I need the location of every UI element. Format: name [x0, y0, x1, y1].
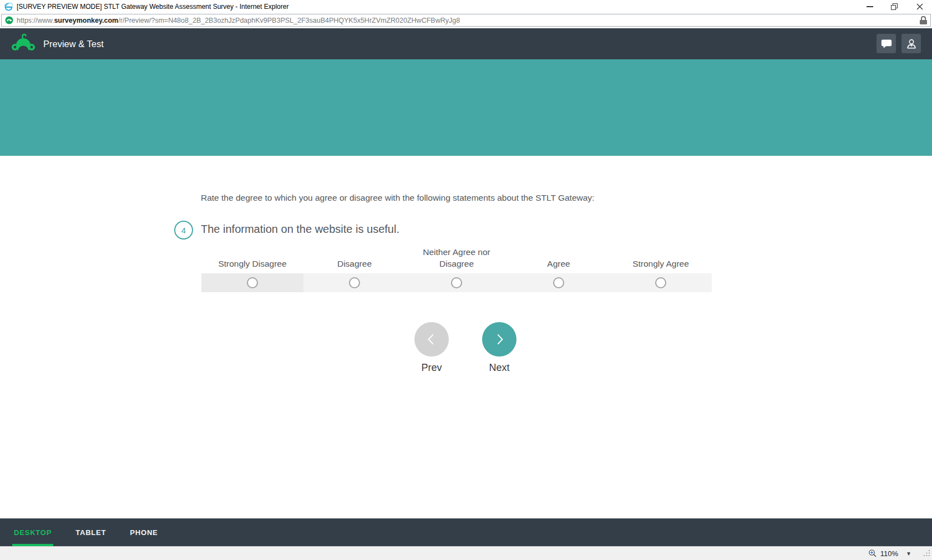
zoom-magnifier-icon: [868, 549, 877, 558]
scale-label: Strongly Disagree: [218, 258, 286, 269]
radio-button[interactable]: [553, 277, 564, 288]
window-title: [SURVEY PREVIEW MODE] STLT Gateway Websi…: [17, 3, 288, 11]
scale-label: Disagree: [337, 258, 372, 269]
radio-button[interactable]: [451, 277, 462, 288]
tab-desktop[interactable]: DESKTOP: [12, 518, 53, 546]
surveymonkey-logo-icon: [11, 33, 36, 55]
url-domain: surveymonkey.com: [54, 17, 118, 24]
scale-option-agree[interactable]: [508, 273, 610, 292]
surveymonkey-favicon-icon: [5, 16, 13, 24]
prev-label: Prev: [414, 362, 449, 374]
chevron-right-icon: [492, 332, 506, 347]
tab-phone[interactable]: PHONE: [128, 518, 159, 546]
question-text: The information on the website is useful…: [201, 223, 399, 236]
minimize-icon: [867, 6, 873, 7]
close-button[interactable]: [907, 0, 932, 13]
scale-option-disagree[interactable]: [303, 273, 406, 292]
rating-scale: Strongly Disagree Disagree Neither Agree…: [201, 246, 712, 292]
window-controls: [857, 0, 932, 13]
status-bar: 110% ▼: [0, 546, 932, 560]
caret-down-icon[interactable]: ▼: [906, 551, 911, 557]
rating-scale-band: [201, 273, 712, 292]
zoom-control[interactable]: 110% ▼: [868, 549, 911, 558]
scale-label-cell: Strongly Agree: [610, 258, 712, 269]
internet-explorer-icon: [4, 2, 13, 12]
url-scheme: https://www.: [17, 17, 54, 24]
next-button-wrap: Next: [482, 322, 516, 374]
speech-bubble-icon: [880, 38, 893, 49]
prev-button[interactable]: [414, 322, 449, 357]
chevron-left-icon: [424, 332, 439, 347]
resize-grip-icon[interactable]: [924, 550, 930, 557]
feedback-button[interactable]: [877, 34, 896, 53]
survey-banner: STLT Gateway Website Assessment: [0, 59, 932, 156]
restore-icon: [891, 3, 898, 10]
scale-label-cell: Agree: [508, 258, 610, 269]
app-header: Preview & Test: [0, 28, 932, 59]
close-icon: [916, 3, 923, 10]
account-button[interactable]: [901, 34, 921, 53]
survey-intro-text: Rate the degree to which you agree or di…: [201, 193, 594, 203]
ssl-lock-icon: [920, 16, 927, 24]
header-actions: [877, 34, 921, 53]
restore-button[interactable]: [882, 0, 907, 13]
tab-tablet[interactable]: TABLET: [74, 518, 108, 546]
page-title: Preview & Test: [43, 39, 104, 49]
url-path: /r/Preview/?sm=N48o8_2B_2B3ozhJzPdaphKv9…: [118, 17, 460, 24]
next-button[interactable]: [482, 322, 516, 357]
url-input[interactable]: https://www.surveymonkey.com/r/Preview/?…: [1, 14, 931, 27]
address-bar: https://www.surveymonkey.com/r/Preview/?…: [0, 13, 932, 28]
scale-label-cell: Neither Agree nor Disagree: [406, 246, 508, 269]
survey-content: Rate the degree to which you agree or di…: [0, 156, 932, 518]
scale-label: Agree: [547, 258, 570, 269]
scale-label-cell: Strongly Disagree: [201, 258, 303, 269]
minimize-button[interactable]: [857, 0, 882, 13]
radio-button[interactable]: [247, 277, 258, 288]
radio-button[interactable]: [349, 277, 360, 288]
scale-option-strongly-agree[interactable]: [610, 273, 712, 292]
rating-scale-labels: Strongly Disagree Disagree Neither Agree…: [201, 246, 712, 269]
scale-option-neither[interactable]: [406, 273, 508, 292]
radio-button[interactable]: [655, 277, 666, 288]
zoom-level: 110%: [880, 549, 898, 558]
user-icon: [905, 38, 918, 50]
scale-label: Neither Agree nor Disagree: [413, 246, 500, 269]
device-preview-bar: DESKTOP TABLET PHONE: [0, 518, 932, 546]
scale-label-cell: Disagree: [303, 258, 406, 269]
scale-label: Strongly Agree: [632, 258, 689, 269]
question-number: 4: [181, 226, 186, 235]
next-label: Next: [482, 362, 516, 374]
scale-option-strongly-disagree[interactable]: [201, 273, 303, 292]
url-text: https://www.surveymonkey.com/r/Preview/?…: [17, 17, 915, 24]
question-number-badge: 4: [174, 221, 193, 240]
window-titlebar: [SURVEY PREVIEW MODE] STLT Gateway Websi…: [0, 0, 932, 13]
prev-button-wrap: Prev: [414, 322, 449, 374]
